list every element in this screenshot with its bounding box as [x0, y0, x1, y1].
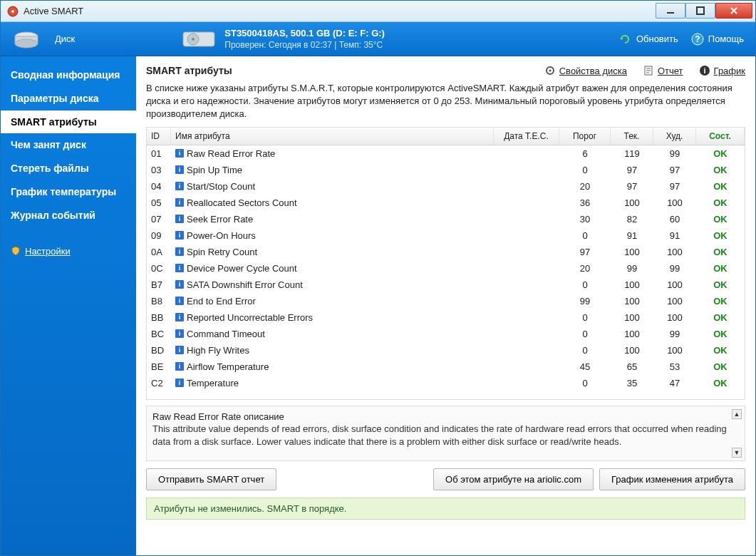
- cell-id: BD: [147, 344, 171, 356]
- table-row[interactable]: BEiAirflow Temperature456553OK: [147, 359, 745, 375]
- cell-tec: [494, 180, 559, 192]
- disk-model: ST3500418AS, 500.1 GB (D: E: F: G:): [224, 27, 385, 40]
- scroll-down-icon[interactable]: ▼: [732, 448, 742, 458]
- col-tec[interactable]: Дата T.E.C.: [494, 128, 559, 145]
- cell-worst: 97: [653, 180, 696, 192]
- cell-id: 05: [147, 197, 171, 209]
- col-status[interactable]: Сост.: [696, 128, 745, 145]
- cell-current: 100: [611, 279, 653, 291]
- cell-current: 100: [611, 197, 653, 209]
- table-row[interactable]: 01iRaw Read Error Rate611999OK: [147, 145, 745, 162]
- table-row[interactable]: BDiHigh Fly Writes0100100OK: [147, 342, 745, 359]
- cell-threshold: 20: [559, 262, 611, 274]
- cell-name: iCommand Timeout: [171, 328, 494, 340]
- cell-id: 01: [147, 148, 171, 160]
- cell-tec: [494, 312, 559, 324]
- cell-worst: 100: [653, 246, 696, 258]
- svg-point-9: [192, 38, 195, 41]
- table-row[interactable]: BBiReported Uncorrectable Errors0100100O…: [147, 309, 745, 326]
- cell-id: C2: [147, 377, 171, 389]
- minimize-button[interactable]: [656, 3, 685, 19]
- table-row[interactable]: B7iSATA Downshift Error Count0100100OK: [147, 277, 745, 293]
- sidebar-item-1[interactable]: Параметры диска: [1, 87, 136, 110]
- cell-status: OK: [696, 148, 745, 160]
- cell-name: iSeek Error Rate: [171, 213, 494, 225]
- cell-tec: [494, 295, 559, 307]
- col-current[interactable]: Тек.: [611, 128, 653, 145]
- cell-current: 100: [611, 328, 653, 340]
- svg-point-1: [11, 10, 14, 13]
- svg-text:?: ?: [695, 34, 700, 44]
- table-row[interactable]: 07iSeek Error Rate308260OK: [147, 211, 745, 227]
- svg-point-6: [15, 39, 38, 48]
- disk-properties-link[interactable]: Свойства диска: [544, 65, 627, 76]
- table-row[interactable]: BCiCommand Timeout010099OK: [147, 326, 745, 342]
- cell-current: 91: [611, 230, 653, 242]
- info-icon: i: [699, 65, 710, 76]
- col-name[interactable]: Имя атрибута: [171, 128, 494, 145]
- sidebar-settings[interactable]: Настройки: [1, 240, 136, 262]
- table-row[interactable]: 09iPower-On Hours09191OK: [147, 227, 745, 244]
- cell-name: iSpin Up Time: [171, 164, 494, 176]
- table-row[interactable]: 05iReallocated Sectors Count36100100OK: [147, 195, 745, 211]
- info-icon: i: [175, 182, 184, 190]
- cell-threshold: 99: [559, 295, 611, 307]
- attribute-chart-button[interactable]: График изменения атрибута: [599, 468, 745, 490]
- table-row[interactable]: 0CiDevice Power Cycle Count209999OK: [147, 260, 745, 277]
- cell-id: B7: [147, 279, 171, 291]
- chart-link[interactable]: i График: [699, 65, 745, 76]
- cell-tec: [494, 213, 559, 225]
- sidebar-item-6[interactable]: Журнал событий: [1, 204, 136, 227]
- about-attribute-button[interactable]: Об этом атрибуте на ariolic.com: [433, 468, 594, 490]
- col-worst[interactable]: Худ.: [653, 128, 696, 145]
- cell-threshold: 0: [559, 230, 611, 242]
- table-row[interactable]: B8iEnd to End Error99100100OK: [147, 293, 745, 309]
- table-row[interactable]: 03iSpin Up Time09797OK: [147, 162, 745, 178]
- col-id[interactable]: ID: [147, 128, 171, 145]
- sidebar-item-0[interactable]: Сводная информация: [1, 63, 136, 87]
- refresh-button[interactable]: Обновить: [619, 34, 678, 44]
- cell-id: 0C: [147, 262, 171, 274]
- table-row[interactable]: C2iTemperature03547OK: [147, 375, 745, 391]
- report-label: Отчет: [658, 66, 683, 76]
- cell-tec: [494, 164, 559, 176]
- sidebar-item-5[interactable]: График температуры: [1, 180, 136, 204]
- titlebar[interactable]: Active SMART: [1, 1, 755, 22]
- send-smart-report-button[interactable]: Отправить SMART отчет: [146, 468, 276, 490]
- info-icon: i: [175, 329, 184, 338]
- table-row[interactable]: 04iStart/Stop Count209797OK: [147, 178, 745, 195]
- cell-worst: 100: [653, 344, 696, 356]
- info-icon: i: [175, 264, 184, 272]
- gear-icon: [544, 65, 556, 76]
- attribute-detail: Raw Read Error Rate описание This attrib…: [146, 406, 745, 461]
- cell-worst: 100: [653, 295, 696, 307]
- info-icon: i: [175, 313, 184, 321]
- close-button[interactable]: [715, 3, 752, 19]
- cell-status: OK: [696, 295, 745, 307]
- cell-current: 100: [611, 246, 653, 258]
- col-threshold[interactable]: Порог: [559, 128, 611, 145]
- table-row[interactable]: 0AiSpin Retry Count97100100OK: [147, 244, 745, 260]
- cell-worst: 47: [653, 377, 696, 389]
- cell-status: OK: [696, 328, 745, 340]
- help-label: Помощь: [708, 34, 744, 44]
- help-button[interactable]: ? Помощь: [691, 33, 744, 46]
- maximize-button[interactable]: [685, 3, 715, 19]
- cell-current: 65: [611, 361, 653, 373]
- sidebar: Сводная информацияПараметры дискаSMART а…: [1, 56, 136, 555]
- cell-tec: [494, 230, 559, 242]
- cell-name: iAirflow Temperature: [171, 361, 494, 373]
- disk-menu[interactable]: Диск: [55, 34, 75, 44]
- cell-current: 100: [611, 295, 653, 307]
- sidebar-item-3[interactable]: Чем занят диск: [1, 133, 136, 157]
- hdd-icon: [182, 28, 216, 51]
- sidebar-item-2[interactable]: SMART атрибуты: [1, 110, 136, 134]
- report-link[interactable]: Отчет: [643, 65, 683, 76]
- cell-name: iReallocated Sectors Count: [171, 197, 494, 209]
- cell-status: OK: [696, 197, 745, 209]
- table-body[interactable]: 01iRaw Read Error Rate611999OK03iSpin Up…: [147, 145, 745, 399]
- app-window: Active SMART Диск ST3500418AS, 500.1 GB …: [0, 0, 756, 556]
- sidebar-item-4[interactable]: Стереть файлы: [1, 157, 136, 180]
- scroll-up-icon[interactable]: ▲: [732, 409, 742, 419]
- cell-status: OK: [696, 344, 745, 356]
